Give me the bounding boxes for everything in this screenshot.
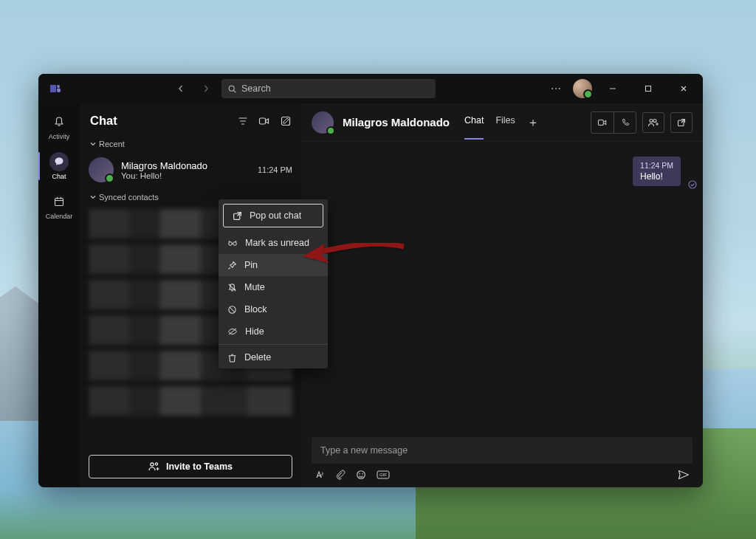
rail-activity[interactable]: Activity	[38, 108, 80, 148]
ctx-pin[interactable]: Pin	[219, 254, 328, 276]
svg-point-26	[229, 242, 233, 246]
nav-back-button[interactable]	[171, 79, 190, 98]
window-minimize-button[interactable]	[598, 77, 628, 100]
bell-icon	[49, 112, 69, 131]
ctx-block[interactable]: Block	[219, 298, 328, 320]
invite-label: Invite to Teams	[166, 461, 233, 472]
svg-point-17	[653, 119, 656, 122]
teams-window: Search ⋯ Activity Chat Calendar	[38, 74, 703, 487]
contact-avatar	[89, 157, 114, 182]
audio-call-button[interactable]	[614, 112, 636, 133]
gif-icon[interactable]: GIF	[377, 470, 390, 479]
ctx-label: Mark as unread	[245, 238, 309, 248]
current-user-avatar[interactable]	[573, 79, 592, 98]
ctx-label: Mute	[244, 282, 265, 292]
section-label-text: Recent	[99, 140, 125, 148]
svg-point-13	[151, 463, 154, 466]
rail-chat[interactable]: Chat	[38, 148, 80, 188]
people-add-icon	[148, 461, 160, 472]
svg-rect-0	[50, 85, 56, 92]
calendar-icon	[49, 192, 69, 211]
ctx-mark-unread[interactable]: Mark as unread	[219, 232, 328, 254]
window-close-button[interactable]	[669, 77, 698, 100]
search-icon	[227, 84, 237, 94]
chat-list-item[interactable]: Milagros Maldonado You: Hello! 11:24 PM	[80, 153, 301, 188]
pop-out-icon	[233, 211, 242, 221]
composer-placeholder: Type a new message	[320, 445, 408, 456]
rail-label: Chat	[52, 173, 66, 180]
mute-icon	[227, 283, 237, 292]
section-label-text: Synced contacts	[99, 193, 159, 202]
svg-rect-12	[282, 117, 290, 125]
ctx-label: Block	[244, 304, 267, 315]
ctx-label: Delete	[244, 352, 271, 363]
glasses-icon	[227, 238, 238, 247]
svg-line-4	[234, 90, 236, 92]
svg-point-3	[229, 86, 234, 91]
svg-point-1	[57, 85, 60, 88]
invite-to-teams-button[interactable]: Invite to Teams	[89, 455, 292, 478]
message-input[interactable]: Type a new message	[312, 437, 693, 464]
redacted-contact	[89, 386, 292, 416]
new-chat-icon[interactable]	[281, 116, 291, 126]
svg-point-20	[357, 471, 365, 479]
message-time: 11:24 PM	[258, 165, 292, 174]
svg-rect-11	[260, 118, 266, 124]
window-maximize-button[interactable]	[633, 77, 663, 100]
message-preview: You: Hello!	[121, 171, 250, 180]
chat-context-menu: Pop out chat Mark as unread Pin Mute Blo…	[219, 199, 328, 368]
contact-avatar[interactable]	[312, 111, 334, 134]
composer: Type a new message GIF	[301, 431, 703, 487]
svg-point-14	[155, 463, 157, 465]
rail-label: Calendar	[46, 213, 73, 220]
sent-message[interactable]: 11:24 PM Hello!	[633, 157, 681, 186]
ctx-label: Hide	[245, 326, 264, 337]
more-options-button[interactable]: ⋯	[545, 83, 567, 95]
pop-out-button[interactable]	[670, 112, 693, 133]
ctx-label: Pop out chat	[250, 210, 301, 221]
svg-rect-2	[57, 89, 61, 93]
ctx-delete[interactable]: Delete	[219, 346, 328, 368]
message-time: 11:24 PM	[640, 161, 673, 170]
ctx-mute[interactable]: Mute	[219, 276, 328, 298]
attach-icon[interactable]	[335, 470, 346, 480]
search-input[interactable]: Search	[221, 79, 436, 98]
message-area: 11:24 PM Hello!	[301, 142, 703, 431]
call-controls	[591, 111, 636, 134]
emoji-icon[interactable]	[356, 470, 366, 480]
filter-icon[interactable]	[238, 116, 248, 126]
rail-calendar[interactable]: Calendar	[38, 188, 80, 227]
add-people-button[interactable]	[642, 112, 664, 133]
titlebar: Search ⋯	[38, 74, 703, 103]
search-placeholder: Search	[241, 83, 271, 94]
block-icon	[227, 305, 237, 315]
section-recent[interactable]: Recent	[80, 135, 301, 153]
ctx-pop-out[interactable]: Pop out chat	[223, 204, 323, 227]
chat-header: Milagros Maldonado Chat Files ＋	[301, 103, 703, 142]
video-call-button[interactable]	[591, 112, 614, 133]
tab-chat[interactable]: Chat	[464, 105, 484, 140]
tab-files[interactable]: Files	[495, 105, 515, 140]
contact-name: Milagros Maldonado	[121, 160, 250, 171]
chat-list-header: Chat	[80, 103, 301, 135]
svg-rect-7	[55, 199, 63, 206]
message-text: Hello!	[640, 171, 673, 182]
teams-app-icon	[49, 82, 62, 95]
chat-pane: Milagros Maldonado Chat Files ＋	[301, 103, 703, 487]
nav-forward-button[interactable]	[196, 79, 216, 98]
caret-down-icon	[90, 194, 96, 200]
pin-icon	[227, 261, 237, 270]
send-button[interactable]	[678, 470, 690, 480]
read-receipt-icon	[688, 180, 697, 189]
chat-icon	[49, 152, 69, 171]
svg-rect-15	[598, 120, 603, 125]
format-icon[interactable]	[315, 470, 325, 480]
svg-point-21	[359, 473, 360, 475]
svg-point-16	[650, 119, 653, 122]
tab-add[interactable]: ＋	[527, 105, 539, 140]
meet-now-icon[interactable]	[258, 116, 270, 126]
svg-line-29	[230, 307, 235, 312]
rail-label: Activity	[49, 133, 70, 140]
ctx-hide[interactable]: Hide	[219, 320, 328, 343]
app-rail: Activity Chat Calendar	[38, 103, 80, 487]
